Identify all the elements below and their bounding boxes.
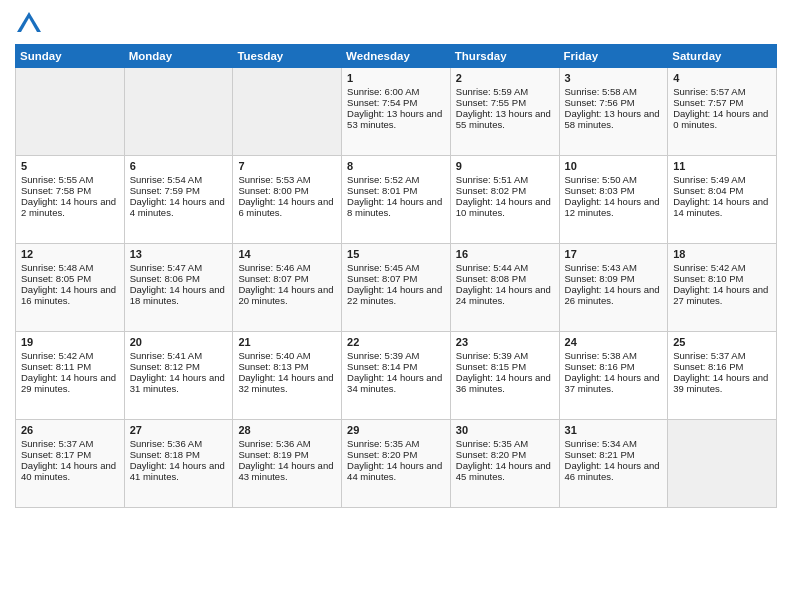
calendar-cell: 20Sunrise: 5:41 AMSunset: 8:12 PMDayligh…: [124, 332, 233, 420]
calendar-cell: 5Sunrise: 5:55 AMSunset: 7:58 PMDaylight…: [16, 156, 125, 244]
sunrise-text: Sunrise: 6:00 AM: [347, 86, 445, 97]
sunset-text: Sunset: 8:10 PM: [673, 273, 771, 284]
daylight-text: Daylight: 14 hours and 26 minutes.: [565, 284, 663, 306]
calendar-cell: 23Sunrise: 5:39 AMSunset: 8:15 PMDayligh…: [450, 332, 559, 420]
sunrise-text: Sunrise: 5:39 AM: [456, 350, 554, 361]
calendar-cell: 1Sunrise: 6:00 AMSunset: 7:54 PMDaylight…: [342, 68, 451, 156]
day-number: 9: [456, 160, 554, 172]
weekday-header-tuesday: Tuesday: [233, 45, 342, 68]
day-number: 28: [238, 424, 336, 436]
calendar-cell: 17Sunrise: 5:43 AMSunset: 8:09 PMDayligh…: [559, 244, 668, 332]
calendar-week-1: 1Sunrise: 6:00 AMSunset: 7:54 PMDaylight…: [16, 68, 777, 156]
calendar-header-row: SundayMondayTuesdayWednesdayThursdayFrid…: [16, 45, 777, 68]
day-number: 24: [565, 336, 663, 348]
daylight-text: Daylight: 14 hours and 8 minutes.: [347, 196, 445, 218]
calendar-table: SundayMondayTuesdayWednesdayThursdayFrid…: [15, 44, 777, 508]
sunrise-text: Sunrise: 5:43 AM: [565, 262, 663, 273]
calendar-cell: 28Sunrise: 5:36 AMSunset: 8:19 PMDayligh…: [233, 420, 342, 508]
sunset-text: Sunset: 8:18 PM: [130, 449, 228, 460]
sunrise-text: Sunrise: 5:52 AM: [347, 174, 445, 185]
daylight-text: Daylight: 14 hours and 20 minutes.: [238, 284, 336, 306]
daylight-text: Daylight: 14 hours and 24 minutes.: [456, 284, 554, 306]
sunrise-text: Sunrise: 5:42 AM: [673, 262, 771, 273]
day-number: 5: [21, 160, 119, 172]
sunset-text: Sunset: 8:01 PM: [347, 185, 445, 196]
day-number: 11: [673, 160, 771, 172]
sunset-text: Sunset: 8:07 PM: [238, 273, 336, 284]
sunset-text: Sunset: 8:08 PM: [456, 273, 554, 284]
day-number: 14: [238, 248, 336, 260]
calendar-cell: 10Sunrise: 5:50 AMSunset: 8:03 PMDayligh…: [559, 156, 668, 244]
calendar-cell: [124, 68, 233, 156]
day-number: 8: [347, 160, 445, 172]
calendar-week-5: 26Sunrise: 5:37 AMSunset: 8:17 PMDayligh…: [16, 420, 777, 508]
weekday-header-friday: Friday: [559, 45, 668, 68]
sunrise-text: Sunrise: 5:35 AM: [456, 438, 554, 449]
sunrise-text: Sunrise: 5:59 AM: [456, 86, 554, 97]
daylight-text: Daylight: 14 hours and 22 minutes.: [347, 284, 445, 306]
weekday-header-monday: Monday: [124, 45, 233, 68]
daylight-text: Daylight: 14 hours and 34 minutes.: [347, 372, 445, 394]
day-number: 6: [130, 160, 228, 172]
daylight-text: Daylight: 14 hours and 29 minutes.: [21, 372, 119, 394]
weekday-header-saturday: Saturday: [668, 45, 777, 68]
calendar-cell: 12Sunrise: 5:48 AMSunset: 8:05 PMDayligh…: [16, 244, 125, 332]
sunrise-text: Sunrise: 5:58 AM: [565, 86, 663, 97]
calendar-cell: [233, 68, 342, 156]
sunset-text: Sunset: 8:07 PM: [347, 273, 445, 284]
day-number: 27: [130, 424, 228, 436]
calendar-cell: 21Sunrise: 5:40 AMSunset: 8:13 PMDayligh…: [233, 332, 342, 420]
daylight-text: Daylight: 14 hours and 2 minutes.: [21, 196, 119, 218]
daylight-text: Daylight: 14 hours and 32 minutes.: [238, 372, 336, 394]
day-number: 30: [456, 424, 554, 436]
sunrise-text: Sunrise: 5:51 AM: [456, 174, 554, 185]
calendar-cell: 2Sunrise: 5:59 AMSunset: 7:55 PMDaylight…: [450, 68, 559, 156]
day-number: 15: [347, 248, 445, 260]
sunrise-text: Sunrise: 5:50 AM: [565, 174, 663, 185]
sunset-text: Sunset: 8:19 PM: [238, 449, 336, 460]
calendar-cell: 26Sunrise: 5:37 AMSunset: 8:17 PMDayligh…: [16, 420, 125, 508]
sunset-text: Sunset: 8:02 PM: [456, 185, 554, 196]
calendar-cell: 25Sunrise: 5:37 AMSunset: 8:16 PMDayligh…: [668, 332, 777, 420]
calendar-cell: 22Sunrise: 5:39 AMSunset: 8:14 PMDayligh…: [342, 332, 451, 420]
sunset-text: Sunset: 8:20 PM: [456, 449, 554, 460]
calendar-cell: 3Sunrise: 5:58 AMSunset: 7:56 PMDaylight…: [559, 68, 668, 156]
calendar-cell: 13Sunrise: 5:47 AMSunset: 8:06 PMDayligh…: [124, 244, 233, 332]
sunrise-text: Sunrise: 5:38 AM: [565, 350, 663, 361]
day-number: 7: [238, 160, 336, 172]
weekday-header-wednesday: Wednesday: [342, 45, 451, 68]
sunset-text: Sunset: 7:55 PM: [456, 97, 554, 108]
header: [15, 10, 777, 38]
day-number: 10: [565, 160, 663, 172]
sunset-text: Sunset: 8:13 PM: [238, 361, 336, 372]
daylight-text: Daylight: 14 hours and 41 minutes.: [130, 460, 228, 482]
sunrise-text: Sunrise: 5:36 AM: [130, 438, 228, 449]
weekday-header-thursday: Thursday: [450, 45, 559, 68]
sunrise-text: Sunrise: 5:55 AM: [21, 174, 119, 185]
daylight-text: Daylight: 14 hours and 16 minutes.: [21, 284, 119, 306]
sunset-text: Sunset: 8:12 PM: [130, 361, 228, 372]
sunset-text: Sunset: 7:59 PM: [130, 185, 228, 196]
daylight-text: Daylight: 14 hours and 10 minutes.: [456, 196, 554, 218]
daylight-text: Daylight: 14 hours and 0 minutes.: [673, 108, 771, 130]
calendar-cell: 27Sunrise: 5:36 AMSunset: 8:18 PMDayligh…: [124, 420, 233, 508]
daylight-text: Daylight: 14 hours and 36 minutes.: [456, 372, 554, 394]
sunrise-text: Sunrise: 5:40 AM: [238, 350, 336, 361]
daylight-text: Daylight: 14 hours and 27 minutes.: [673, 284, 771, 306]
sunrise-text: Sunrise: 5:47 AM: [130, 262, 228, 273]
day-number: 18: [673, 248, 771, 260]
daylight-text: Daylight: 14 hours and 6 minutes.: [238, 196, 336, 218]
day-number: 3: [565, 72, 663, 84]
day-number: 21: [238, 336, 336, 348]
daylight-text: Daylight: 14 hours and 46 minutes.: [565, 460, 663, 482]
sunrise-text: Sunrise: 5:41 AM: [130, 350, 228, 361]
day-number: 29: [347, 424, 445, 436]
sunset-text: Sunset: 8:03 PM: [565, 185, 663, 196]
calendar-cell: 24Sunrise: 5:38 AMSunset: 8:16 PMDayligh…: [559, 332, 668, 420]
calendar-cell: 16Sunrise: 5:44 AMSunset: 8:08 PMDayligh…: [450, 244, 559, 332]
sunset-text: Sunset: 8:16 PM: [565, 361, 663, 372]
daylight-text: Daylight: 14 hours and 44 minutes.: [347, 460, 445, 482]
sunset-text: Sunset: 8:04 PM: [673, 185, 771, 196]
calendar-cell: 4Sunrise: 5:57 AMSunset: 7:57 PMDaylight…: [668, 68, 777, 156]
daylight-text: Daylight: 14 hours and 4 minutes.: [130, 196, 228, 218]
